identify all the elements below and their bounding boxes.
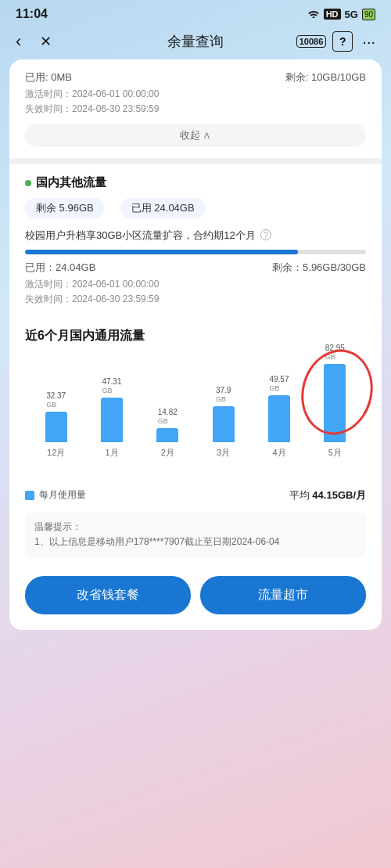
domestic-expire-time: 失效时间：2024-06-30 23:59:59 (25, 293, 366, 306)
legend-label: 每月使用量 (39, 488, 86, 502)
nav-left: ‹ ✕ (13, 30, 55, 53)
bar-label-0: 12月 (47, 447, 65, 459)
bar-group-5月: 82.95GB5月 (307, 344, 363, 459)
section-title: 国内其他流量 (25, 175, 366, 190)
activate-time-top: 激活时间：2024-06-01 00:00:00 (25, 88, 366, 101)
bar-0 (45, 412, 67, 442)
bar-value-0: 32.37GB (46, 391, 66, 409)
used-pill: 已用 24.04GB (120, 198, 206, 218)
status-icons: HD 5G 90 (307, 9, 375, 20)
close-button[interactable]: ✕ (37, 31, 55, 52)
green-dot-icon (25, 180, 31, 186)
chart-area: 32.37GB12月47.31GB1月14.82GB2月37.9GB3月49.5… (25, 357, 366, 482)
domestic-remain: 剩余：5.96GB/30GB (272, 261, 366, 275)
nav-bar: ‹ ✕ 余量查询 10086 ? ··· (0, 25, 391, 59)
package-description: 校园用户升档享30GB小区流量扩容，合约期12个月 ? (25, 228, 366, 243)
domestic-used: 已用：24.04GB (25, 261, 95, 275)
bottom-buttons: 改省钱套餐 流量超市 (9, 568, 382, 630)
top-section: 已用: 0MB 剩余: 10GB/10GB 激活时间：2024-06-01 00… (9, 59, 382, 116)
bar-value-2: 14.82GB (158, 408, 178, 425)
bar-value-3: 37.9GB (216, 386, 231, 403)
bar-group-12月: 32.37GB12月 (28, 391, 84, 459)
bar-label-4: 4月 (272, 447, 285, 459)
legend-left: 每月使用量 (25, 488, 86, 502)
bar-2 (156, 428, 178, 442)
bar-5 (324, 364, 346, 442)
bar-label-5: 5月 (328, 447, 342, 459)
bar-value-5: 82.95GB (325, 344, 345, 361)
hd-badge: HD (324, 9, 341, 20)
domestic-title: 国内其他流量 (36, 175, 106, 190)
notice-line1: 1、以上信息是移动用户178****7907截止至日期2024-06-04 (34, 535, 357, 549)
package-help-icon[interactable]: ? (260, 229, 271, 240)
remain-pill: 剩余 5.96GB (25, 198, 105, 218)
progress-container (25, 250, 366, 254)
expire-time-top: 失效时间：2024-06-30 23:59:59 (25, 103, 366, 116)
remain-label: 剩余: 10GB/10GB (285, 70, 366, 85)
more-button[interactable]: ··· (359, 31, 378, 52)
status-bar: 11:04 HD 5G 90 (0, 0, 391, 25)
legend-right: 平均 44.15GB/月 (289, 488, 366, 502)
notice-title: 温馨提示： (34, 520, 357, 535)
chart-title: 近6个月国内通用流量 (25, 328, 366, 344)
help-button[interactable]: ? (332, 31, 353, 52)
bar-group-1月: 47.31GB1月 (84, 377, 139, 459)
usage-row: 已用: 0MB 剩余: 10GB/10GB (25, 70, 366, 85)
bar-value-1: 47.31GB (102, 377, 121, 394)
progress-bar-bg (25, 250, 366, 254)
nav-right: 10086 ? ··· (296, 31, 378, 52)
status-time: 11:04 (16, 7, 48, 21)
flow-market-button[interactable]: 流量超市 (200, 576, 366, 614)
domestic-usage-row: 已用：24.04GB 剩余：5.96GB/30GB (25, 261, 366, 275)
bar-group-4月: 49.57GB4月 (251, 375, 307, 459)
hotline-label[interactable]: 10086 (296, 35, 327, 48)
bar-label-1: 1月 (105, 447, 118, 459)
divider (9, 158, 382, 164)
bar-group-2月: 14.82GB2月 (140, 408, 196, 459)
chart-section: 近6个月国内通用流量 32.37GB12月47.31GB1月14.82GB2月3… (9, 315, 382, 512)
collapse-button[interactable]: 收起 ∧ (25, 124, 366, 147)
bar-4 (268, 395, 290, 442)
notice-section: 温馨提示： 1、以上信息是移动用户178****7907截止至日期2024-06… (25, 512, 366, 557)
used-label: 已用: 0MB (25, 70, 72, 85)
progress-bar-fill (25, 250, 298, 254)
bar-group-3月: 37.9GB3月 (196, 386, 251, 459)
battery-icon: 90 (362, 9, 375, 20)
save-plan-button[interactable]: 改省钱套餐 (25, 576, 191, 614)
legend-square-icon (25, 491, 34, 500)
content-card: 已用: 0MB 剩余: 10GB/10GB 激活时间：2024-06-01 00… (9, 59, 382, 630)
domestic-section: 国内其他流量 剩余 5.96GB 已用 24.04GB 校园用户升档享30GB小… (9, 164, 382, 315)
back-button[interactable]: ‹ (13, 30, 24, 53)
bar-3 (213, 406, 235, 442)
chart-legend: 每月使用量 平均 44.15GB/月 (25, 488, 366, 502)
bar-1 (101, 398, 123, 442)
domestic-activate-time: 激活时间：2024-06-01 00:00:00 (25, 278, 366, 291)
bar-value-4: 49.57GB (269, 375, 289, 392)
signal-icon: 5G (345, 9, 358, 20)
summary-pills: 剩余 5.96GB 已用 24.04GB (25, 198, 366, 218)
avg-value: 44.15GB/月 (312, 489, 366, 501)
nav-title: 余量查询 (167, 32, 224, 51)
bar-label-2: 2月 (161, 447, 174, 459)
avg-label: 平均 (289, 489, 310, 501)
bar-label-3: 3月 (217, 447, 230, 459)
chart-bars: 32.37GB12月47.31GB1月14.82GB2月37.9GB3月49.5… (25, 357, 366, 459)
wifi-icon (307, 9, 320, 20)
